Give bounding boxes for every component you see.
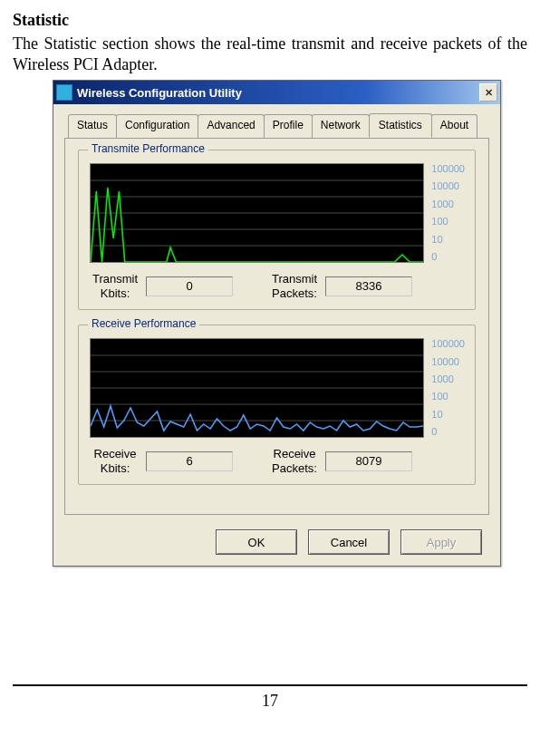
transmit-group: Transmite Performance 10	[78, 150, 476, 310]
config-dialog: Wireless Configuration Utility ✕ Status …	[53, 80, 501, 567]
tab-about[interactable]: About	[431, 114, 477, 139]
tab-configuration[interactable]: Configuration	[116, 114, 198, 139]
apply-button[interactable]: Apply	[400, 529, 482, 555]
transmit-packets-value: 8336	[325, 276, 412, 296]
y-label: 0	[431, 427, 465, 437]
receive-kbits-value: 6	[146, 451, 233, 471]
footer-divider	[13, 684, 527, 686]
dialog-body: Status Configuration Advanced Profile Ne…	[53, 104, 500, 566]
receive-packets-label: Receive Packets:	[269, 447, 320, 475]
app-icon	[56, 84, 72, 101]
y-label: 100000	[431, 164, 465, 174]
cancel-button[interactable]: Cancel	[308, 529, 390, 555]
tabs-row: Status Configuration Advanced Profile Ne…	[68, 113, 489, 138]
transmit-kbits-value: 0	[146, 276, 233, 296]
ok-button[interactable]: OK	[216, 529, 297, 555]
transmit-y-labels: 100000 10000 1000 100 10 0	[431, 164, 465, 262]
y-label: 10000	[431, 357, 465, 367]
titlebar[interactable]: Wireless Configuration Utility ✕	[53, 81, 500, 104]
page-number: 17	[0, 692, 540, 720]
page-heading: Statistic	[13, 11, 527, 30]
transmit-packets-label: Transmit Packets:	[269, 272, 320, 300]
close-icon[interactable]: ✕	[479, 83, 497, 102]
transmit-chart: 100000 10000 1000 100 10 0	[90, 163, 424, 263]
receive-group-title: Receive Performance	[88, 317, 199, 330]
tab-panel: Transmite Performance 10	[64, 138, 489, 515]
y-label: 1000	[431, 199, 465, 209]
tab-network[interactable]: Network	[312, 114, 370, 139]
y-label: 1000	[431, 374, 465, 384]
receive-group: Receive Performance 1000	[78, 325, 476, 485]
tab-status[interactable]: Status	[68, 114, 117, 139]
y-label: 10000	[431, 181, 465, 191]
y-label: 0	[431, 252, 465, 262]
y-label: 10	[431, 235, 465, 245]
y-label: 100	[431, 217, 465, 227]
y-label: 100	[431, 392, 465, 402]
y-label: 10	[431, 410, 465, 420]
transmit-kbits-label: Transmit Kbits:	[90, 272, 140, 300]
receive-stats-row: Receive Kbits: 6 Receive Packets: 8079	[90, 447, 464, 475]
body-text: The Statistic section shows the real-tim…	[13, 34, 527, 74]
transmit-stats-row: Transmit Kbits: 0 Transmit Packets: 8336	[90, 272, 464, 300]
receive-packets-value: 8079	[325, 451, 412, 471]
tab-statistics[interactable]: Statistics	[369, 113, 432, 138]
window-title: Wireless Configuration Utility	[77, 86, 479, 100]
y-label: 100000	[431, 339, 465, 349]
transmit-group-title: Transmite Performance	[88, 142, 208, 155]
receive-kbits-label: Receive Kbits:	[90, 447, 140, 475]
receive-y-labels: 100000 10000 1000 100 10 0	[431, 339, 465, 437]
button-row: OK Cancel Apply	[64, 529, 489, 555]
tab-advanced[interactable]: Advanced	[198, 114, 264, 139]
page-footer: 17	[0, 684, 540, 720]
tab-profile[interactable]: Profile	[264, 114, 313, 139]
receive-chart: 100000 10000 1000 100 10 0	[90, 338, 424, 438]
